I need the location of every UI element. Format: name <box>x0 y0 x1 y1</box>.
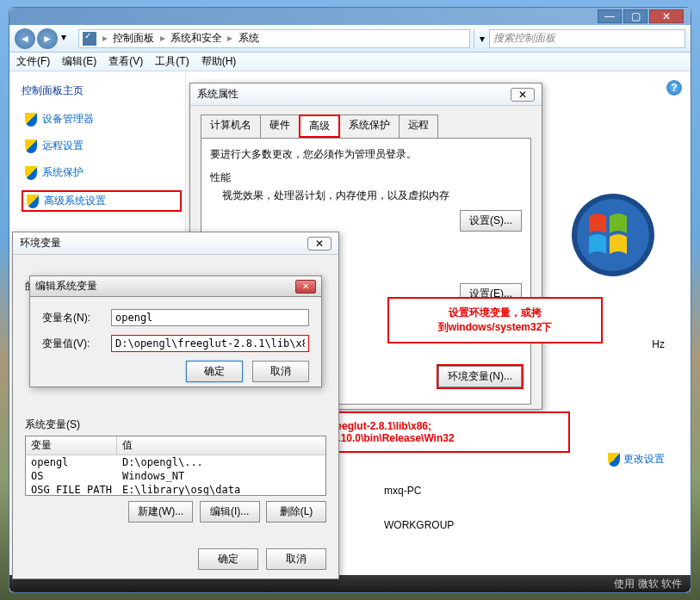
titlebar: — ▢ ✕ <box>9 8 691 25</box>
performance-settings-button[interactable]: 设置(S)... <box>460 210 522 232</box>
menu-edit[interactable]: 编辑(E) <box>62 54 96 69</box>
col-variable[interactable]: 变量 <box>26 436 117 455</box>
menu-bar: 文件(F) 编辑(E) 查看(V) 工具(T) 帮助(H) <box>9 53 691 71</box>
variable-value-label: 变量值(V): <box>42 337 111 351</box>
cancel-button[interactable]: 取消 <box>266 548 326 570</box>
performance-label: 性能 <box>210 170 522 185</box>
dialog-title: 编辑系统变量 ✕ <box>30 276 321 297</box>
col-value[interactable]: 值 <box>117 436 326 455</box>
sidebar-item-remote[interactable]: 远程设置 <box>22 137 182 155</box>
menu-view[interactable]: 查看(V) <box>108 54 143 69</box>
sidebar-item-advanced-settings[interactable]: 高级系统设置 <box>22 190 182 212</box>
tab-bar: 计算机名 硬件 高级 系统保护 远程 <box>190 106 542 138</box>
forward-button[interactable]: ► <box>37 28 58 49</box>
breadcrumb-box[interactable]: ▸ 控制面板 ▸ 系统和安全 ▸ 系统 <box>78 29 470 48</box>
breadcrumb-part[interactable]: 系统 <box>238 32 259 44</box>
sidebar-item-device-manager[interactable]: 设备管理器 <box>22 110 182 128</box>
variable-name-input[interactable] <box>111 309 309 326</box>
table-row[interactable]: OSG_FILE_PATHE:\library\osg\data <box>26 483 326 496</box>
shield-icon <box>25 113 37 127</box>
annotation-env-note: 设置环境变量，或拷 到windows/system32下 <box>387 297 603 343</box>
close-icon[interactable]: ✕ <box>511 88 535 102</box>
processor-hz-label: Hz <box>652 338 665 350</box>
control-panel-icon <box>83 32 96 46</box>
menu-file[interactable]: 文件(F) <box>16 54 50 69</box>
performance-desc: 视觉效果，处理器计划，内存使用，以及虚拟内存 <box>222 189 522 203</box>
close-icon[interactable]: ✕ <box>295 280 316 294</box>
help-icon[interactable]: ? <box>666 80 682 96</box>
nav-bar: ◄ ► ▾ ▸ 控制面板 ▸ 系统和安全 ▸ 系统 ▾ 搜索控制面板 <box>9 25 691 53</box>
tab-advanced[interactable]: 高级 <box>299 114 340 138</box>
back-button[interactable]: ◄ <box>15 28 35 49</box>
close-button[interactable]: ✕ <box>649 9 684 23</box>
computer-name-value: mxq-PC <box>384 485 421 497</box>
dialog-title: 系统属性 ✕ <box>190 84 542 106</box>
ok-button[interactable]: 确定 <box>186 361 243 382</box>
dialog-title: 环境变量 ✕ <box>13 232 338 255</box>
edit-button[interactable]: 编辑(I)... <box>200 501 260 523</box>
variable-name-label: 变量名(N): <box>42 311 111 325</box>
minimize-button[interactable]: — <box>598 9 622 23</box>
breadcrumb-part[interactable]: 系统和安全 <box>170 32 222 44</box>
sidebar-item-protection[interactable]: 系统保护 <box>22 164 182 182</box>
tab-computer-name[interactable]: 计算机名 <box>201 114 261 138</box>
menu-help[interactable]: 帮助(H) <box>201 54 237 69</box>
workgroup-value: WORKGROUP <box>384 519 454 531</box>
system-vars-label: 系统变量(S) <box>25 418 326 432</box>
maximize-button[interactable]: ▢ <box>623 9 647 23</box>
tab-hardware[interactable]: 硬件 <box>260 114 300 138</box>
table-row[interactable]: openglD:\opengl\... <box>26 455 326 470</box>
shield-icon <box>608 453 620 467</box>
variable-value-input[interactable] <box>111 335 309 352</box>
search-input[interactable]: 搜索控制面板 <box>489 29 685 48</box>
edit-system-variable-dialog: 编辑系统变量 ✕ 变量名(N): 变量值(V): 确定 取消 <box>29 275 322 387</box>
svg-point-1 <box>577 199 649 271</box>
cancel-button[interactable]: 取消 <box>252 361 309 382</box>
new-button[interactable]: 新建(W)... <box>128 501 193 523</box>
menu-tools[interactable]: 工具(T) <box>155 54 189 69</box>
table-row[interactable]: OSWindows_NT <box>26 469 326 483</box>
admin-note: 要进行大多数更改，您必须作为管理员登录。 <box>210 147 522 162</box>
change-settings-link[interactable]: 更改设置 <box>608 452 665 467</box>
shield-icon <box>25 166 37 180</box>
breadcrumb-part[interactable]: 控制面板 <box>113 32 154 44</box>
breadcrumb-dropdown[interactable]: ▾ <box>474 29 489 48</box>
system-vars-list[interactable]: 变量值 openglD:\opengl\... OSWindows_NT OSG… <box>25 436 326 496</box>
ok-button[interactable]: 确定 <box>198 548 258 570</box>
windows-logo-icon <box>570 192 656 278</box>
delete-button[interactable]: 删除(L) <box>266 501 326 523</box>
environment-variables-button[interactable]: 环境变量(N)... <box>438 366 522 387</box>
shield-icon <box>27 195 39 208</box>
sidebar-title: 控制面板主页 <box>22 84 182 98</box>
shield-icon <box>25 139 37 153</box>
nav-history-dropdown[interactable]: ▾ <box>61 31 71 46</box>
breadcrumb: ▸ 控制面板 ▸ 系统和安全 ▸ 系统 <box>100 31 259 46</box>
tab-remote[interactable]: 远程 <box>399 114 438 138</box>
tab-system-protection[interactable]: 系统保护 <box>339 114 400 138</box>
close-icon[interactable]: ✕ <box>307 237 331 251</box>
